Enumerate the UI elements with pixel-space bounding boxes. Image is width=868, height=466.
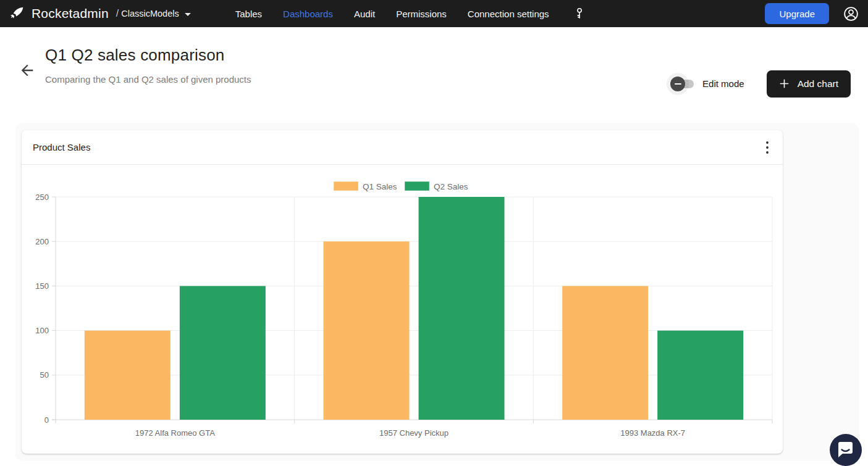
dashboard-container: Product Sales 0501001502002501972 Alfa R… [15, 123, 859, 461]
header-titles: Q1 Q2 sales comparison Comparing the Q1 … [45, 46, 251, 113]
database-name: ClassicModels [121, 9, 179, 19]
nav-item-audit[interactable]: Audit [354, 9, 375, 19]
legend-swatch-q2-sales[interactable] [405, 181, 429, 191]
add-chart-button[interactable]: Add chart [767, 70, 851, 98]
page-header: Q1 Q2 sales comparison Comparing the Q1 … [0, 27, 868, 113]
bar-chart[interactable]: 0501001502002501972 Alfa Romeo GTA1957 C… [22, 165, 783, 453]
chevron-down-icon [185, 13, 191, 16]
nav-item-dashboards[interactable]: Dashboards [283, 9, 333, 19]
back-button[interactable] [19, 62, 36, 79]
api-key-button[interactable] [573, 7, 586, 20]
edit-mode-toggle[interactable]: Edit mode [673, 78, 744, 89]
chart-tick-label: 50 [40, 370, 49, 380]
legend-label-q2-sales[interactable]: Q2 Sales [434, 182, 468, 191]
toggle-track[interactable] [673, 80, 694, 88]
minus-icon [675, 83, 681, 85]
kebab-menu-icon [765, 141, 769, 154]
top-navbar: Rocketadmin / ClassicModels TablesDashbo… [0, 0, 868, 27]
account-button[interactable] [843, 6, 859, 22]
card-header: Product Sales [22, 130, 783, 165]
card-menu-button[interactable] [763, 138, 772, 157]
chart-tick-label: 200 [35, 237, 49, 246]
bar-q1-sales-0[interactable] [85, 331, 171, 420]
chart-tick-label: 1972 Alfa Romeo GTA [135, 428, 215, 438]
chart-tick-label: 0 [44, 415, 49, 425]
chart-card: Product Sales 0501001502002501972 Alfa R… [22, 130, 783, 454]
edit-mode-label: Edit mode [702, 78, 744, 89]
upgrade-button[interactable]: Upgrade [765, 3, 829, 24]
chat-launcher-button[interactable] [830, 434, 862, 466]
chart-tick-label: 150 [35, 281, 49, 291]
card-title: Product Sales [33, 142, 90, 152]
toggle-thumb[interactable] [670, 77, 685, 91]
nav-item-tables[interactable]: Tables [235, 9, 262, 19]
legend-swatch-q1-sales[interactable] [334, 181, 358, 191]
chart-tick-label: 100 [35, 326, 49, 335]
chart-tick-label: 250 [35, 193, 49, 202]
bar-q1-sales-2[interactable] [562, 286, 648, 420]
brand-group[interactable]: Rocketadmin [9, 6, 109, 22]
bar-q2-sales-2[interactable] [657, 331, 743, 420]
bar-q2-sales-1[interactable] [419, 197, 505, 420]
chart-tick-label: 1993 Mazda RX-7 [620, 428, 685, 438]
chart-tick-label: 1957 Chevy Pickup [379, 428, 449, 438]
header-actions: Edit mode Add chart [673, 54, 851, 113]
bar-q1-sales-1[interactable] [324, 241, 410, 420]
bar-q2-sales-0[interactable] [180, 286, 266, 420]
page-title: Q1 Q2 sales comparison [45, 46, 251, 65]
breadcrumb-separator: / [116, 8, 119, 19]
arrow-back-icon [19, 62, 36, 79]
key-icon [573, 7, 586, 20]
page-subtitle: Comparing the Q1 and Q2 sales of given p… [45, 74, 251, 85]
navbar-right: Upgrade [765, 3, 859, 24]
chart-canvas[interactable]: 0501001502002501972 Alfa Romeo GTA1957 C… [22, 165, 783, 453]
nav-item-permissions[interactable]: Permissions [396, 9, 447, 19]
account-circle-icon [843, 6, 859, 22]
database-selector[interactable]: ClassicModels [121, 9, 190, 19]
primary-nav: TablesDashboardsAuditPermissionsConnecti… [235, 9, 549, 19]
brand-name: Rocketadmin [32, 6, 109, 21]
plus-icon [779, 78, 790, 89]
rocketadmin-logo-icon [9, 6, 25, 22]
add-chart-label: Add chart [798, 78, 838, 89]
nav-item-connection-settings[interactable]: Connection settings [468, 9, 549, 19]
legend-label-q1-sales[interactable]: Q1 Sales [363, 182, 397, 191]
chat-bubble-icon [830, 434, 862, 466]
